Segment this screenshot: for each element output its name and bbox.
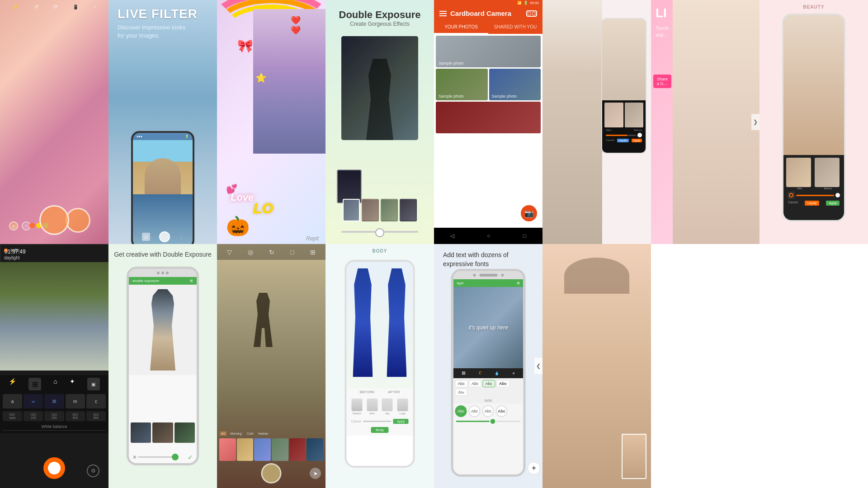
thumb-3[interactable] xyxy=(381,199,398,221)
dbl-thumb-1[interactable] xyxy=(131,422,151,443)
photo-item-4[interactable] xyxy=(436,102,541,133)
font-circle-3[interactable]: Abc xyxy=(482,405,494,417)
filter-thumb-6[interactable] xyxy=(307,438,323,461)
filter-as[interactable]: AS xyxy=(219,431,227,436)
video-icon[interactable]: ⚡ xyxy=(9,378,16,390)
iso-auto[interactable]: ISOauto xyxy=(3,411,22,421)
align-icon[interactable]: ≡ xyxy=(513,371,515,375)
slim-tool[interactable]: Slim xyxy=(367,399,377,415)
camera-fab-button[interactable]: 📷 xyxy=(521,205,537,221)
key-m[interactable]: m xyxy=(66,394,85,408)
star2-icon[interactable]: ✦ xyxy=(70,378,75,390)
filter-thumb-2[interactable] xyxy=(237,438,254,461)
home-nav-button[interactable]: ○ xyxy=(487,233,490,239)
apply-button[interactable]: Apply xyxy=(826,201,840,206)
dbl-thumb-2[interactable] xyxy=(152,422,173,443)
back-nav-button[interactable]: ◁ xyxy=(450,233,454,239)
tab-shared[interactable]: SHARED WITH YOU xyxy=(488,21,542,34)
double-exposure-subtitle: Create Gorgeous Effects xyxy=(330,21,429,27)
flip-icon[interactable]: ↻ xyxy=(269,249,274,256)
tab-your-photos[interactable]: YOUR PHOTOS xyxy=(434,21,488,34)
legs-tool[interactable]: Legs xyxy=(397,399,408,415)
flash2-icon[interactable]: ⌂ xyxy=(53,378,57,390)
filter-icon[interactable]: ▽ xyxy=(227,249,232,256)
key-a[interactable]: a xyxy=(3,394,22,408)
font-sample-abc5[interactable]: Abc xyxy=(455,389,467,396)
expand-icon[interactable]: ⊞ xyxy=(190,279,193,283)
menu-button[interactable] xyxy=(439,11,447,16)
key-inf[interactable]: ∞ xyxy=(24,394,43,408)
body-slider-track[interactable] xyxy=(363,421,392,422)
filter-shadow[interactable]: Hadow xyxy=(256,431,270,436)
photo-item-1[interactable]: Sample photo xyxy=(436,36,541,67)
recents-nav-button[interactable]: □ xyxy=(523,233,526,239)
font-sample-abc3[interactable]: Abc xyxy=(483,380,495,387)
font-circle-selected[interactable]: Abc xyxy=(455,405,467,417)
cancel-btn[interactable]: Cancel xyxy=(606,139,614,142)
wb-daylight[interactable]: daylight xyxy=(4,254,104,262)
thumb-4[interactable] xyxy=(400,199,417,221)
iso-200[interactable]: ISO200 xyxy=(44,411,64,421)
share-button[interactable]: Sharea G... xyxy=(653,75,671,88)
camera-shutter-fab[interactable] xyxy=(43,457,65,479)
tbs-track[interactable] xyxy=(456,421,521,422)
rotate-icon[interactable]: ↺ xyxy=(34,4,38,10)
iso-400[interactable]: ISO400 xyxy=(66,411,85,421)
settings-icon[interactable]: ⚙ xyxy=(87,465,99,477)
gallery-icon[interactable]: ▣ xyxy=(87,378,100,390)
liquify-btn[interactable]: Liquify xyxy=(617,139,628,142)
flash-icon[interactable]: ⚡ xyxy=(12,4,19,10)
tool-icon[interactable] xyxy=(788,192,795,199)
grid-icon[interactable]: ⊞ xyxy=(28,378,41,390)
apply-btn[interactable]: Apply xyxy=(632,139,642,142)
cancel-button[interactable]: Cancel xyxy=(788,201,798,206)
font-circle-4[interactable]: Abc xyxy=(496,405,508,417)
prev-arrow[interactable]: ❮ xyxy=(534,358,542,374)
cancel-text[interactable]: Cancel xyxy=(351,420,361,423)
filter-thumb-3[interactable] xyxy=(254,438,271,461)
timer2-icon[interactable]: ◎ xyxy=(248,249,253,256)
body-btn[interactable]: Body xyxy=(371,427,388,433)
shutter-button[interactable] xyxy=(66,208,90,233)
timer-icon[interactable]: ⟳ xyxy=(53,4,58,10)
key-bracket[interactable]: ⌘ xyxy=(44,394,64,408)
key-c[interactable]: c xyxy=(86,394,106,408)
cancel-x-btn[interactable]: ✕ xyxy=(132,454,137,460)
filter-thumb-4[interactable] xyxy=(272,438,288,461)
filter-cold[interactable]: Cold xyxy=(245,431,255,436)
text-type-icon[interactable]: Ꞇ xyxy=(479,371,481,375)
opacity-icon[interactable]: 💧 xyxy=(495,371,499,375)
text-overlay-content[interactable]: it's quiet up here xyxy=(468,324,508,331)
apply-body-btn[interactable]: Apply xyxy=(393,419,409,424)
liquify-slider[interactable] xyxy=(796,195,834,196)
thumb-2[interactable] xyxy=(362,199,379,221)
exposure-slider[interactable] xyxy=(341,231,418,233)
font-sample-abc1[interactable]: Abc xyxy=(455,380,468,387)
next-arrow[interactable]: ❯ xyxy=(751,114,760,130)
photo-item-3[interactable]: Sample photo xyxy=(489,69,541,100)
camera-mode-icon[interactable]: ◎ xyxy=(9,221,18,230)
font-sample-abc2[interactable]: Abc xyxy=(469,380,481,387)
more-icon[interactable]: ⋮ xyxy=(179,235,184,239)
iso-100[interactable]: ISO100 xyxy=(24,411,43,421)
liquify-button[interactable]: Liquify xyxy=(805,201,819,206)
font-sample-abc4[interactable]: Abc xyxy=(496,380,509,387)
image-icon[interactable]: 🖼 xyxy=(462,371,465,375)
confirm-check-btn[interactable]: ✓ xyxy=(188,454,193,461)
screen-expand-icon[interactable]: ⊞ xyxy=(517,281,520,285)
shutter-mini[interactable] xyxy=(159,231,170,242)
jump-shutter-button[interactable] xyxy=(261,463,282,483)
photo-item-2[interactable]: Sample photo xyxy=(436,69,488,100)
thumb-1[interactable] xyxy=(343,199,360,221)
grid2-icon[interactable]: ⊞ xyxy=(310,249,316,256)
font-circle-2[interactable]: Abc xyxy=(469,405,481,417)
iso-800[interactable]: ISO800 xyxy=(86,411,106,421)
hip-tool[interactable]: Hip xyxy=(382,399,393,415)
arrow-button[interactable]: ➤ xyxy=(310,468,321,479)
stretch-tool[interactable]: Stretch xyxy=(351,399,362,415)
filter-thumb-5[interactable] xyxy=(289,438,306,461)
add-button[interactable]: + xyxy=(528,462,540,474)
filter-thumb-1[interactable] xyxy=(219,438,236,461)
filter-morning[interactable]: Morning xyxy=(228,431,243,436)
dbl-thumb-3[interactable] xyxy=(175,422,195,443)
